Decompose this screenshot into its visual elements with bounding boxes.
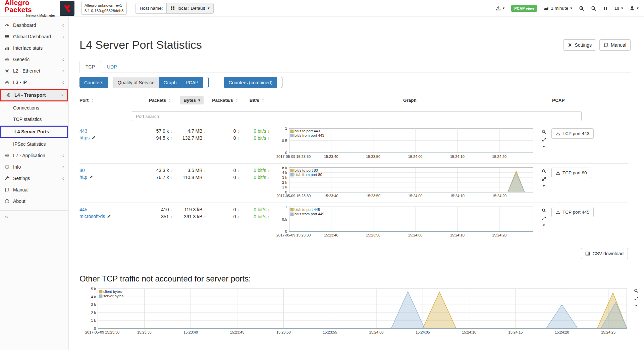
arrow-down-icon: ↓: [268, 207, 270, 212]
sidebar-item-generic[interactable]: Generic ‹: [0, 54, 68, 65]
sidebar-item-l7-application[interactable]: L7 - Application ‹: [0, 150, 68, 161]
counters-combined-toggle[interactable]: [277, 77, 282, 88]
pcap-download-button[interactable]: TCP port 443: [551, 128, 594, 139]
sidebar-item-l2-ethernet[interactable]: L2 - Ethernet ‹: [0, 65, 68, 77]
quality-of-service-button[interactable]: Quality of Service: [113, 77, 159, 88]
sidebar-item-connections[interactable]: Connections: [0, 102, 68, 114]
tab-tcp[interactable]: TCP: [79, 61, 101, 73]
chart-caret-down-icon[interactable]: ▾: [543, 145, 545, 148]
packets-cell: 57.0 k ↓ 94.5 k ↑: [111, 127, 175, 142]
gear-icon: [4, 69, 10, 73]
counters-combined-button[interactable]: Counters (combined): [224, 77, 277, 88]
pcap-toggle[interactable]: [203, 77, 209, 88]
chart-zoom-icon[interactable]: [634, 288, 638, 293]
chart-expand-icon[interactable]: [634, 296, 638, 301]
sidebar-item-manual[interactable]: Manual: [0, 184, 68, 195]
port-graph: 2017-05-09 15:23:3015:23:4015:23:5015:24…: [272, 127, 547, 160]
graph-button[interactable]: Graph: [159, 77, 181, 88]
chart-zoom-icon[interactable]: [542, 168, 546, 173]
zoom-in-button[interactable]: [579, 6, 584, 11]
chevron-left-icon: ‹: [62, 34, 64, 39]
service-link[interactable]: microsoft-ds: [79, 213, 105, 220]
pcap-button[interactable]: PCAP: [181, 77, 203, 88]
sidebar-item-global-dashboard[interactable]: Global Dashboard ‹: [0, 31, 68, 42]
port-link[interactable]: 445: [79, 207, 87, 212]
arrow-down-icon: ↓: [204, 129, 206, 134]
arrow-up-icon: ↑: [204, 136, 206, 141]
chevron-left-icon: ‹: [62, 57, 64, 62]
export-dropdown-button[interactable]: ▾: [496, 6, 505, 11]
chart-expand-icon[interactable]: [542, 137, 546, 142]
pause-button[interactable]: [603, 6, 608, 11]
column-header-bytes[interactable]: Bytes ▾: [175, 96, 209, 104]
packets-per-s-cell: 0 ↓ 0 ↑: [209, 206, 242, 220]
svg-text:bit/s to port 443: bit/s to port 443: [294, 129, 320, 133]
host-select-dropdown[interactable]: local : Default ▾: [166, 3, 213, 14]
sidebar-item-info[interactable]: Info ‹: [0, 161, 68, 173]
svg-text:1 k: 1 k: [91, 318, 96, 322]
info-circle-icon: [4, 199, 10, 204]
tab-udp[interactable]: UDP: [101, 61, 123, 73]
edit-pencil-icon[interactable]: [92, 136, 96, 140]
edit-pencil-icon[interactable]: [107, 214, 111, 218]
svg-text:4 k: 4 k: [282, 171, 287, 175]
pcap-download-button[interactable]: TCP port 445: [551, 207, 594, 217]
sidebar-item-label: Generic: [13, 57, 30, 62]
sidebar-item-about[interactable]: About: [0, 195, 68, 207]
annotation-red-box: L4 - Transport ‹: [0, 89, 68, 101]
svg-text:0: 0: [285, 190, 287, 194]
sidebar-item-l4-server-ports[interactable]: L4 Server Ports: [1, 127, 67, 137]
refresh-interval-button[interactable]: 1s ▾: [614, 6, 623, 11]
chart-caret-down-icon[interactable]: ▾: [635, 304, 637, 307]
sidebar-collapse-button[interactable]: «: [0, 211, 68, 223]
csv-download-button[interactable]: CSV download: [581, 248, 628, 259]
chart-caret-down-icon[interactable]: ▾: [543, 184, 545, 188]
counters-toggle[interactable]: [108, 77, 113, 88]
manual-button[interactable]: Manual: [599, 39, 631, 51]
port-search-input[interactable]: [132, 111, 582, 121]
column-header-packets[interactable]: Packets: [111, 98, 175, 103]
chart-expand-icon[interactable]: [542, 215, 546, 221]
sidebar-item-dashboard[interactable]: Dashboard ‹: [0, 19, 68, 31]
column-header-packets-per-s[interactable]: Packets/s: [209, 98, 242, 103]
service-link[interactable]: http: [79, 174, 87, 180]
chart-expand-icon[interactable]: [542, 176, 546, 181]
settings-button[interactable]: Settings: [563, 39, 596, 51]
column-header-bit-per-s[interactable]: Bit/s: [242, 98, 272, 103]
sidebar-item-interface-stats[interactable]: Interface stats: [0, 42, 68, 54]
table-search-row: [79, 108, 631, 124]
sort-icon: [168, 98, 172, 102]
sidebar-item-l4-transport[interactable]: L4 - Transport ‹: [1, 90, 67, 100]
wrench-icon: [4, 176, 10, 181]
user-menu-button[interactable]: ▾: [630, 6, 639, 11]
arrow-down-icon: ↓: [237, 129, 240, 134]
svg-text:0.5: 0.5: [282, 139, 287, 143]
sidebar-item-tcp-statistics[interactable]: TCP statistics: [0, 114, 68, 125]
chart-zoom-icon[interactable]: [542, 207, 546, 213]
chart-zoom-icon[interactable]: [542, 129, 546, 134]
other-traffic-chart: 2017-05-09 15:23:3015:23:3515:23:4015:23…: [79, 288, 630, 337]
zoom-out-button[interactable]: [591, 6, 596, 11]
interval-dropdown-button[interactable]: 1 minute ▾: [544, 6, 572, 11]
arrow-down-icon: ↓: [268, 168, 270, 173]
pcap-download-button[interactable]: TCP port 80: [551, 168, 591, 178]
port-link[interactable]: 80: [79, 168, 85, 173]
hostname-value: local : Default: [177, 6, 205, 11]
sidebar-item-settings[interactable]: Settings ‹: [0, 173, 68, 184]
edit-pencil-icon[interactable]: [89, 175, 93, 179]
service-link[interactable]: https: [79, 134, 90, 141]
caret-down-icon: ▾: [637, 6, 639, 10]
other-traffic-graph: 2017-05-09 15:23:3015:23:3515:23:4015:23…: [79, 288, 630, 337]
arrow-up-icon: ↑: [204, 214, 206, 219]
column-header-port[interactable]: Port: [79, 98, 111, 103]
sidebar-item-l3-ip[interactable]: L3 - IP ‹: [0, 77, 68, 88]
svg-text:3 k: 3 k: [91, 303, 96, 307]
bytes-cell: 119.3 kB ↓ 391.3 kB ↑: [175, 206, 209, 220]
sidebar-item-ipsec-statistics[interactable]: IPSec Statistics: [0, 138, 68, 150]
counters-button[interactable]: Counters: [79, 77, 108, 88]
pcap-view-badge[interactable]: PCAP view: [511, 5, 537, 12]
chart-caret-down-icon[interactable]: ▾: [543, 223, 545, 227]
brand[interactable]: Allegro Packets Network Multimeter: [5, 0, 55, 17]
port-link[interactable]: 443: [79, 128, 87, 134]
port-graph: 2017-05-09 15:23:3015:23:4015:23:5015:24…: [272, 167, 547, 199]
